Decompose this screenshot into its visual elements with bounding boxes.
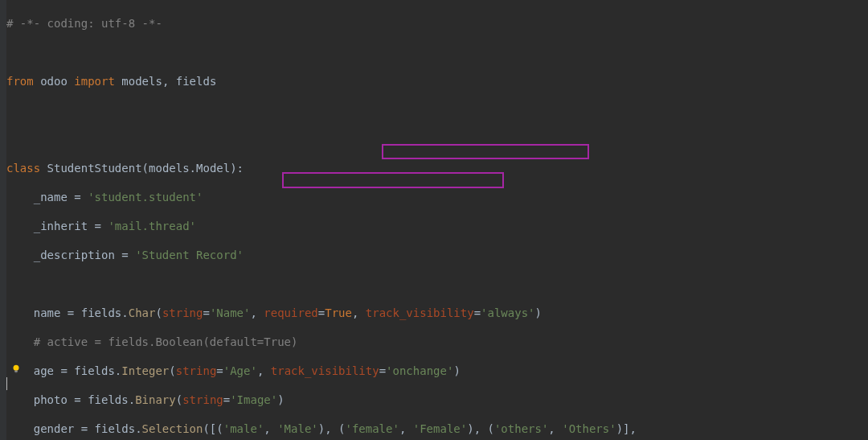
code-line: # active = fields.Boolean(default=True) xyxy=(0,335,868,349)
svg-rect-2 xyxy=(15,372,18,372)
code-line: age = fields.Integer(string='Age', track… xyxy=(0,364,868,378)
svg-rect-1 xyxy=(14,371,18,372)
code-line: _description = 'Student Record' xyxy=(0,248,868,262)
code-editor[interactable]: # -*- coding: utf-8 -*- from odoo import… xyxy=(0,0,868,440)
code-line: photo = fields.Binary(string='Image') xyxy=(0,393,868,407)
text-cursor xyxy=(6,377,7,390)
code-line: gender = fields.Selection([('male', 'Mal… xyxy=(0,421,868,436)
code-line: class StudentStudent(models.Model): xyxy=(0,161,868,175)
svg-point-0 xyxy=(14,365,19,371)
code-line: from odoo import models, fields xyxy=(0,74,868,88)
code-line: _name = 'student.student' xyxy=(0,190,868,204)
code-line: # -*- coding: utf-8 -*- xyxy=(0,16,868,31)
intention-bulb-icon[interactable] xyxy=(10,363,22,374)
code-line: _inherit = 'mail.thread' xyxy=(0,219,868,233)
code-line: name = fields.Char(string='Name', requir… xyxy=(0,306,868,320)
